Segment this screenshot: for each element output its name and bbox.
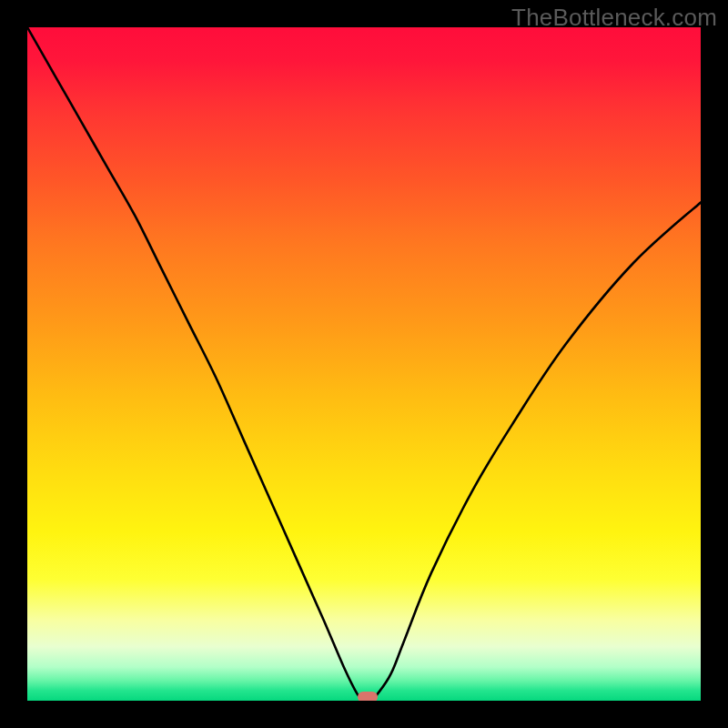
chart-frame: TheBottleneck.com bbox=[0, 0, 728, 728]
curve-layer bbox=[27, 27, 701, 701]
bottleneck-curve bbox=[27, 27, 701, 701]
watermark-label: TheBottleneck.com bbox=[511, 4, 717, 32]
plot-area bbox=[27, 27, 701, 701]
minimum-marker bbox=[358, 692, 378, 701]
